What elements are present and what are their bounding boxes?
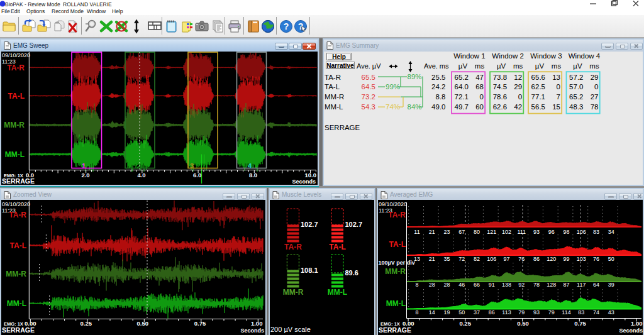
svg-text:57.2: 57.2 bbox=[569, 74, 583, 81]
svg-text:34: 34 bbox=[608, 229, 614, 235]
svg-text:7: 7 bbox=[557, 93, 560, 101]
svg-text:MM-L: MM-L bbox=[328, 288, 347, 297]
svg-text:43: 43 bbox=[608, 309, 614, 316]
svg-text:19: 19 bbox=[443, 309, 450, 316]
svg-text:8: 8 bbox=[415, 282, 418, 288]
svg-text:120: 120 bbox=[547, 256, 556, 262]
svg-text:74.5: 74.5 bbox=[493, 83, 507, 91]
svg-text:Seconds: Seconds bbox=[619, 327, 643, 334]
svg-text:29: 29 bbox=[514, 83, 522, 91]
svg-text:09/10/2020: 09/10/2020 bbox=[2, 201, 30, 207]
svg-text:114: 114 bbox=[562, 309, 570, 316]
svg-text:23: 23 bbox=[443, 229, 450, 235]
svg-text:µV: µV bbox=[497, 62, 506, 70]
svg-text:65.6: 65.6 bbox=[531, 74, 545, 81]
svg-text:21: 21 bbox=[429, 256, 435, 262]
svg-text:65.2: 65.2 bbox=[569, 93, 583, 101]
svg-text:0.25: 0.25 bbox=[80, 320, 92, 327]
svg-text:128: 128 bbox=[547, 282, 556, 288]
svg-text:TA-L: TA-L bbox=[10, 241, 26, 250]
svg-text:0.75: 0.75 bbox=[574, 320, 586, 327]
svg-text:89.6: 89.6 bbox=[345, 269, 358, 277]
svg-text:89%: 89% bbox=[408, 73, 422, 80]
svg-text:72: 72 bbox=[458, 256, 465, 262]
svg-text:15: 15 bbox=[552, 103, 560, 111]
svg-text:TA-R: TA-R bbox=[9, 211, 26, 219]
svg-text:65.2: 65.2 bbox=[455, 74, 469, 81]
svg-text:3: 3 bbox=[190, 162, 194, 170]
svg-text:0: 0 bbox=[518, 93, 522, 101]
svg-text:0.75: 0.75 bbox=[194, 320, 206, 327]
svg-text:106: 106 bbox=[487, 256, 496, 262]
svg-text:TA-R: TA-R bbox=[7, 63, 25, 72]
svg-text:66: 66 bbox=[474, 282, 480, 288]
svg-text:MM-R: MM-R bbox=[325, 93, 344, 101]
svg-text:8.0: 8.0 bbox=[249, 172, 257, 178]
svg-text:54.3: 54.3 bbox=[362, 103, 375, 111]
svg-text:76: 76 bbox=[518, 256, 525, 262]
svg-text:TA-L: TA-L bbox=[329, 243, 345, 251]
svg-text:50: 50 bbox=[608, 256, 614, 262]
svg-text:Ave. µV: Ave. µV bbox=[357, 62, 381, 70]
svg-text:83: 83 bbox=[578, 309, 584, 316]
svg-text:TA-R: TA-R bbox=[388, 211, 406, 219]
svg-text:57.0: 57.0 bbox=[569, 83, 583, 91]
svg-text:ms: ms bbox=[552, 62, 562, 70]
svg-text:0.50: 0.50 bbox=[137, 320, 149, 327]
svg-text:09/10/2020: 09/10/2020 bbox=[2, 52, 30, 58]
svg-text:MM-R: MM-R bbox=[4, 121, 25, 129]
svg-text:11: 11 bbox=[414, 229, 419, 235]
svg-text:97: 97 bbox=[503, 256, 509, 262]
svg-text:8.8: 8.8 bbox=[436, 93, 446, 101]
svg-text:Ave. ms: Ave. ms bbox=[424, 62, 449, 70]
svg-text:24.2: 24.2 bbox=[431, 83, 445, 91]
svg-text:ms: ms bbox=[589, 62, 599, 70]
svg-text:68: 68 bbox=[475, 83, 484, 91]
svg-text:80: 80 bbox=[474, 229, 480, 235]
svg-text:MM-L: MM-L bbox=[325, 103, 343, 111]
svg-text:28: 28 bbox=[443, 282, 450, 288]
svg-text:39: 39 bbox=[608, 282, 614, 288]
svg-text:29: 29 bbox=[591, 74, 599, 81]
svg-text:82: 82 bbox=[474, 256, 480, 262]
svg-text:92: 92 bbox=[518, 282, 525, 288]
svg-text:1: 1 bbox=[82, 162, 86, 170]
svg-text:100µV per div: 100µV per div bbox=[379, 260, 415, 266]
svg-text:4: 4 bbox=[248, 162, 252, 170]
svg-text:MM-L: MM-L bbox=[5, 150, 25, 159]
svg-text:117: 117 bbox=[577, 282, 586, 288]
svg-text:62.5: 62.5 bbox=[531, 83, 545, 91]
svg-text:79: 79 bbox=[548, 309, 555, 316]
svg-text:13: 13 bbox=[552, 74, 560, 81]
svg-text:14: 14 bbox=[429, 309, 435, 316]
svg-text:49.0: 49.0 bbox=[431, 103, 445, 111]
svg-text:87: 87 bbox=[563, 282, 569, 288]
svg-text:138: 138 bbox=[502, 282, 511, 288]
svg-text:74%: 74% bbox=[386, 103, 400, 111]
svg-text:Seconds: Seconds bbox=[292, 178, 316, 185]
svg-text:98: 98 bbox=[563, 229, 569, 235]
svg-text:113: 113 bbox=[502, 309, 511, 316]
svg-text:0.50: 0.50 bbox=[517, 320, 529, 327]
svg-text:72.1: 72.1 bbox=[455, 93, 469, 101]
svg-text:Window 3: Window 3 bbox=[530, 52, 562, 60]
svg-text:91: 91 bbox=[489, 282, 495, 288]
svg-text:25.5: 25.5 bbox=[431, 74, 445, 81]
svg-text:73.8: 73.8 bbox=[493, 74, 507, 81]
svg-text:0: 0 bbox=[594, 83, 598, 91]
svg-text:74: 74 bbox=[593, 309, 599, 316]
svg-text:µV: µV bbox=[458, 62, 468, 70]
svg-text:SERRAGE: SERRAGE bbox=[2, 177, 35, 185]
svg-text:µV: µV bbox=[573, 62, 582, 70]
svg-text:93: 93 bbox=[533, 309, 540, 316]
svg-text:106: 106 bbox=[577, 229, 586, 235]
svg-text:4.0: 4.0 bbox=[137, 172, 145, 178]
svg-text:ms: ms bbox=[475, 62, 485, 70]
svg-text:102.7: 102.7 bbox=[301, 221, 318, 228]
svg-text:SERRAGE: SERRAGE bbox=[2, 326, 35, 334]
svg-text:49.7: 49.7 bbox=[455, 103, 469, 111]
svg-text:6.0: 6.0 bbox=[193, 172, 201, 178]
svg-text:64.5: 64.5 bbox=[362, 83, 375, 91]
svg-text:MM-L: MM-L bbox=[386, 299, 406, 308]
svg-text:MM-R: MM-R bbox=[385, 267, 406, 276]
